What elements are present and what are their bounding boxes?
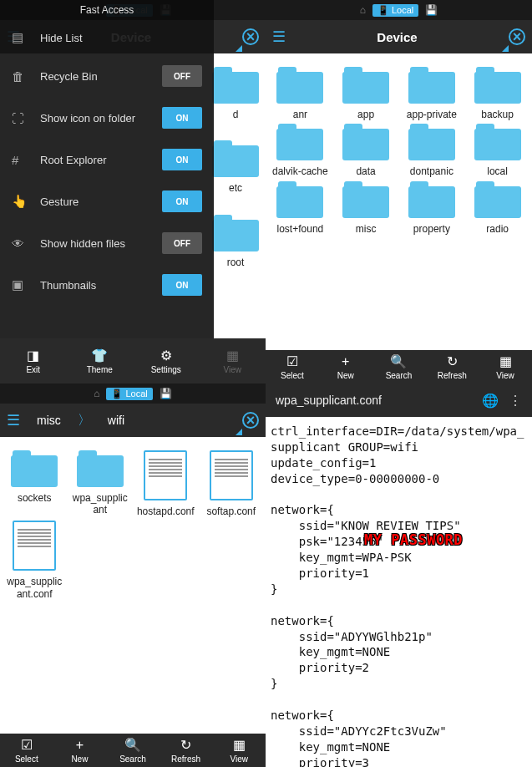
new-button[interactable]: +New	[319, 350, 372, 384]
folder-icon	[342, 67, 389, 104]
folder-label: wpa_supplicant	[71, 492, 129, 516]
exit-button[interactable]: ◨Exit	[0, 338, 67, 384]
folder-item[interactable]: d	[212, 67, 259, 120]
toggle[interactable]: OFF	[162, 65, 202, 87]
close-icon[interactable]: ×	[242, 28, 259, 45]
select-button[interactable]: ☑Select	[266, 350, 319, 384]
item-label: Show icon on folder	[40, 112, 162, 124]
toggle[interactable]: OFF	[162, 232, 202, 254]
theme-icon: 👕	[91, 348, 108, 363]
folder-label: property	[413, 223, 450, 235]
menu-icon[interactable]: ☰	[7, 411, 20, 429]
password-badge: MY PASSWORD	[364, 531, 463, 550]
recycle-bin-item[interactable]: 🗑 Recycle Bin OFF	[0, 55, 214, 97]
toggle[interactable]: ON	[162, 149, 202, 170]
new-button[interactable]: +New	[53, 734, 107, 767]
file-item[interactable]: hostapd.conf	[134, 450, 197, 517]
folder-item[interactable]: lost+found	[269, 181, 332, 235]
search-button[interactable]: 🔍Search	[106, 734, 160, 767]
content-text: ctrl_interface=DIR=/data/system/wpa_supp…	[271, 424, 524, 767]
view-button[interactable]: ▦View	[479, 350, 532, 384]
toggle[interactable]: ON	[162, 190, 202, 212]
item-label: Hide List	[40, 32, 202, 44]
close-icon[interactable]: ×	[242, 412, 259, 429]
refresh-button[interactable]: ↻Refresh	[425, 350, 479, 384]
folder-grid: anrappapp-privatebackupdalvik-cachedatad…	[266, 53, 532, 350]
folder-item[interactable]: misc	[335, 181, 398, 235]
refresh-button[interactable]: ↻Refresh	[160, 734, 213, 767]
root-explorer-item[interactable]: # Root Explorer ON	[0, 139, 214, 180]
folder-icon	[474, 181, 521, 218]
breadcrumb-item[interactable]: misc	[20, 414, 78, 427]
theme-button[interactable]: 👕Theme	[67, 338, 134, 384]
settings-button[interactable]: ⚙Settings	[133, 338, 200, 384]
folder-icon	[11, 450, 58, 487]
more-icon[interactable]: ⋮	[509, 393, 522, 409]
item-label: Gesture	[40, 196, 162, 208]
folder-icon	[474, 67, 521, 104]
folder-item[interactable]: property	[401, 181, 464, 235]
folder-icon	[342, 124, 389, 160]
file-title-bar: wpa_supplicant.conf 🌐 ⋮	[266, 384, 532, 417]
close-icon[interactable]: ×	[509, 28, 525, 45]
folder-item[interactable]: data	[335, 124, 398, 177]
hide-list-item[interactable]: ▤ Hide List	[0, 20, 214, 55]
chevron-right-icon: 〉	[78, 412, 91, 429]
hidden-files-item[interactable]: 👁 Show hidden files OFF	[0, 222, 214, 264]
file-item[interactable]: wpa_supplicant.conf	[3, 521, 66, 600]
folder-icon	[408, 67, 455, 104]
folder-item[interactable]: dontpanic	[401, 124, 464, 177]
grid-icon: ▦	[499, 353, 512, 369]
folder-item[interactable]: sockets	[3, 450, 66, 517]
item-label: Show hidden files	[40, 237, 162, 250]
file-label: softap.conf	[206, 505, 256, 517]
dropdown-indicator	[502, 45, 509, 52]
breadcrumb-item[interactable]: wifi	[91, 414, 141, 427]
panel-title: Fast Access	[0, 0, 214, 20]
bottom-bar: ☑Select +New 🔍Search ↻Refresh ▦View	[266, 350, 532, 384]
search-icon: 🔍	[390, 353, 407, 369]
gesture-item[interactable]: 👆 Gesture ON	[0, 180, 214, 222]
folder-item[interactable]: root	[212, 215, 259, 268]
local-badge: 📱 Local	[106, 388, 152, 400]
view-button[interactable]: ▦View	[212, 734, 266, 767]
toggle[interactable]: ON	[162, 107, 202, 129]
sd-icon[interactable]: 💾	[160, 388, 172, 399]
home-icon[interactable]: ⌂	[360, 4, 366, 16]
grid-icon: ▦	[233, 737, 246, 753]
home-icon[interactable]: ⌂	[94, 388, 99, 399]
folder-item[interactable]: etc	[212, 140, 259, 194]
show-icon-folder-item[interactable]: ⛶ Show icon on folder ON	[0, 97, 214, 139]
folder-item[interactable]: dalvik-cache	[269, 124, 332, 177]
view-button[interactable]: ▦View	[200, 338, 266, 384]
local-badge: 📱 Local	[372, 4, 418, 17]
thumbnails-item[interactable]: ▣ Thumbnails ON	[0, 264, 214, 306]
folder-item[interactable]: anr	[269, 67, 332, 120]
folder-label: sockets	[18, 492, 52, 504]
search-button[interactable]: 🔍Search	[372, 350, 426, 384]
gear-icon: ⚙	[160, 348, 172, 363]
folder-item[interactable]: wpa_supplicant	[69, 450, 132, 517]
grid-icon: ▦	[226, 348, 239, 363]
file-label: hostapd.conf	[137, 505, 195, 517]
folder-icon	[212, 140, 259, 177]
file-icon	[13, 521, 56, 571]
select-icon: ☑	[21, 737, 33, 753]
dropdown-indicator	[236, 45, 242, 52]
folder-item[interactable]: app	[335, 67, 398, 120]
folder-icon	[408, 124, 455, 160]
file-content[interactable]: ctrl_interface=DIR=/data/system/wpa_supp…	[266, 417, 532, 767]
folder-label: d	[233, 109, 239, 120]
folder-icon	[474, 124, 521, 160]
folder-item[interactable]: local	[466, 124, 529, 177]
globe-icon[interactable]: 🌐	[482, 393, 499, 409]
folder-item[interactable]: backup	[466, 67, 529, 120]
menu-icon[interactable]: ☰	[272, 28, 286, 46]
file-item[interactable]: softap.conf	[200, 450, 263, 517]
toggle[interactable]: ON	[162, 274, 202, 296]
sd-icon[interactable]: 💾	[425, 4, 438, 16]
select-button[interactable]: ☑Select	[0, 734, 53, 767]
folder-item[interactable]: app-private	[401, 67, 464, 120]
folder-item[interactable]: radio	[466, 181, 529, 235]
folder-label: dalvik-cache	[272, 165, 328, 177]
